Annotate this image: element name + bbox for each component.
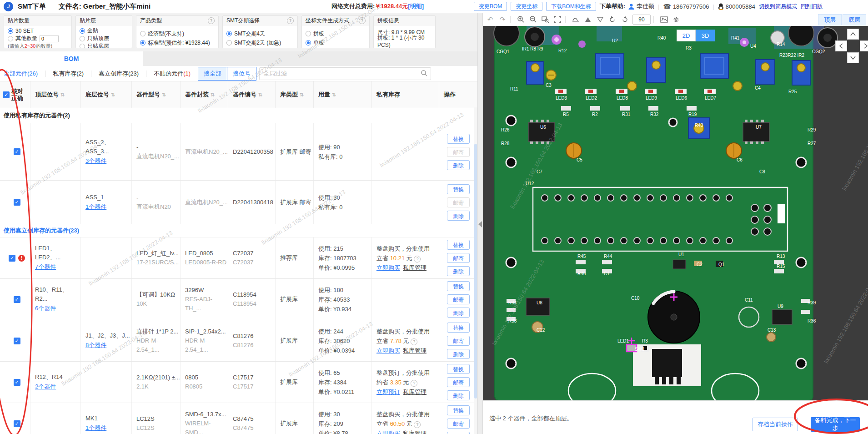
pan-down-button[interactable]	[847, 52, 859, 63]
delete-button[interactable]: 删除	[447, 349, 470, 359]
radio-off-icon[interactable]	[226, 40, 232, 45]
row-checkbox[interactable]: ✓	[14, 296, 20, 303]
collapse-panel-handle[interactable]	[478, 221, 482, 227]
rotate-left-icon[interactable]	[607, 15, 617, 25]
rotate-angle-input[interactable]	[632, 15, 651, 25]
pan-right-button[interactable]	[860, 40, 868, 51]
back-old-version-link[interactable]: 回到旧版	[801, 3, 823, 10]
delete-button[interactable]: 删除	[447, 266, 470, 276]
toggle-2d-button[interactable]: 2D	[677, 30, 696, 41]
header-usage[interactable]: 用量⇅	[314, 81, 372, 108]
warning-badge[interactable]: !	[18, 255, 25, 262]
wave-check-icon[interactable]	[571, 15, 581, 25]
mail-button[interactable]: 邮寄	[447, 197, 470, 207]
bottom-layer-button[interactable]: 底层	[843, 14, 866, 25]
radio-on-icon[interactable]	[80, 28, 85, 34]
radio-off-icon[interactable]	[80, 44, 85, 49]
change-coord-button[interactable]: 变更坐标	[511, 2, 542, 11]
help-icon[interactable]: ?	[359, 17, 366, 24]
silkscreen-image-icon[interactable]	[659, 15, 669, 25]
help-icon[interactable]: ?	[414, 256, 421, 262]
select-all-checkbox[interactable]: ✓	[3, 91, 10, 98]
help-icon[interactable]: ?	[411, 380, 417, 387]
mail-button[interactable]: 邮寄	[447, 377, 470, 387]
undo-icon[interactable]: ↶	[485, 15, 495, 25]
filter-private-stock[interactable]: 私有库存(2)	[53, 70, 84, 78]
zoom-fit-icon[interactable]	[552, 15, 562, 25]
row-checkbox[interactable]: ✓	[14, 199, 20, 206]
header-bottom-refs[interactable]: 底层位号⇅	[81, 81, 132, 108]
row-checkbox[interactable]: ✓	[14, 420, 20, 427]
zoom-in-icon[interactable]	[516, 15, 526, 25]
part-count-link[interactable]: 6个器件	[35, 303, 80, 313]
mail-button[interactable]: 邮寄	[447, 419, 470, 429]
delete-button[interactable]: 删除	[447, 211, 470, 221]
delete-button[interactable]: 删除	[447, 390, 470, 400]
radio-off-icon[interactable]	[140, 31, 146, 36]
ptype-economy-option[interactable]: 经济型(不支持)	[140, 29, 215, 38]
header-model[interactable]: 器件型号⇅	[132, 81, 181, 108]
filter-jlc-stock[interactable]: 嘉立创库存(23)	[99, 70, 139, 78]
switch-simple-mode-link[interactable]: 切换到简易模式	[759, 3, 797, 10]
help-icon[interactable]: ?	[287, 17, 294, 24]
buy-now-link[interactable]: 立即购买	[376, 347, 400, 354]
part-count-link[interactable]: 7个器件	[35, 262, 80, 272]
private-lib-manage-link[interactable]: 私库管理	[403, 430, 426, 434]
filter-all-parts[interactable]: 全部元件(26)	[4, 70, 38, 78]
header-lib-type[interactable]: 库类型⇅	[276, 81, 314, 108]
settings-gear-icon[interactable]	[671, 15, 681, 25]
private-lib-manage-link[interactable]: 私库管理	[403, 347, 426, 354]
row-checkbox[interactable]: ✓	[14, 338, 20, 344]
part-count-link[interactable]: 8个器件	[85, 340, 131, 350]
radio-on-icon[interactable]	[8, 28, 13, 34]
replace-button[interactable]: 替换	[447, 134, 470, 144]
radio-off-icon[interactable]	[8, 36, 13, 41]
zoom-window-icon[interactable]	[540, 15, 550, 25]
pan-left-button[interactable]	[835, 40, 847, 51]
delete-button[interactable]: 删除	[447, 432, 470, 434]
change-bom-button[interactable]: 变更BOM	[474, 2, 507, 11]
layer-bottom-option[interactable]: 只贴底层	[80, 42, 128, 48]
qty-other-option[interactable]: 其他数量	[8, 35, 68, 42]
search-refdes-button[interactable]: 搜位号	[227, 67, 256, 81]
replace-button[interactable]: 替换	[447, 364, 470, 374]
filter-not-placed[interactable]: 不贴的元件(1)	[154, 70, 191, 78]
rotate-right-icon[interactable]	[620, 15, 630, 25]
pan-up-button[interactable]	[847, 29, 859, 40]
download-bom-coord-button[interactable]: 下载BOM和坐标	[546, 2, 596, 11]
delete-button[interactable]: 删除	[447, 308, 470, 318]
row-checkbox[interactable]: ✓	[14, 379, 20, 386]
top-paste-icon[interactable]	[583, 15, 593, 25]
toggle-3d-button[interactable]: 3D	[696, 30, 715, 41]
help-icon[interactable]: ?	[208, 17, 215, 24]
qty-30set-option[interactable]: 30 SET	[8, 27, 68, 35]
header-top-refs[interactable]: 顶层位号⇅	[30, 81, 81, 108]
header-package[interactable]: 器件封装⇅	[181, 81, 228, 108]
search-icon[interactable]	[421, 70, 428, 77]
archive-button[interactable]: 存档当前操作	[753, 418, 798, 431]
help-icon[interactable]: ?	[414, 421, 421, 428]
qty-other-input[interactable]	[40, 35, 59, 42]
private-lib-manage-link[interactable]: 私库管理	[403, 389, 426, 395]
lead-2day-option[interactable]: SMT交期2天 (加急)	[226, 38, 294, 47]
sw1-switch[interactable]	[652, 349, 682, 377]
radio-on-icon[interactable]	[226, 31, 232, 36]
radio-off-icon[interactable]	[306, 31, 311, 36]
mail-button[interactable]: 邮寄	[447, 294, 470, 304]
part-count-link[interactable]: 3个器件	[85, 156, 131, 166]
pcb-canvas[interactable]: 2D 3D	[483, 26, 868, 400]
coord-single-option[interactable]: 单板	[306, 38, 366, 47]
fee-detail-link[interactable]: [明细]	[408, 2, 424, 10]
part-count-link[interactable]: 1个器件	[85, 202, 131, 212]
header-part-number[interactable]: 器件编号⇅	[228, 81, 276, 108]
table-scrollbar[interactable]	[474, 107, 477, 434]
mail-button[interactable]: 邮寄	[447, 147, 470, 157]
lead-4day-option[interactable]: SMT交期4天	[226, 29, 294, 38]
zoom-out-icon[interactable]	[528, 15, 538, 25]
layer-top-option[interactable]: 只贴顶层	[80, 35, 128, 42]
help-icon[interactable]: ?	[411, 338, 417, 345]
replace-button[interactable]: 替换	[447, 405, 470, 415]
pcb-3d-view[interactable]: CGQ1IR1 R8 R9R12U2R40R3CGQ3R41U4R14R23R2…	[483, 26, 868, 400]
buy-now-link[interactable]: 立即预订	[376, 389, 400, 395]
search-all-button[interactable]: 搜全部	[198, 67, 227, 81]
